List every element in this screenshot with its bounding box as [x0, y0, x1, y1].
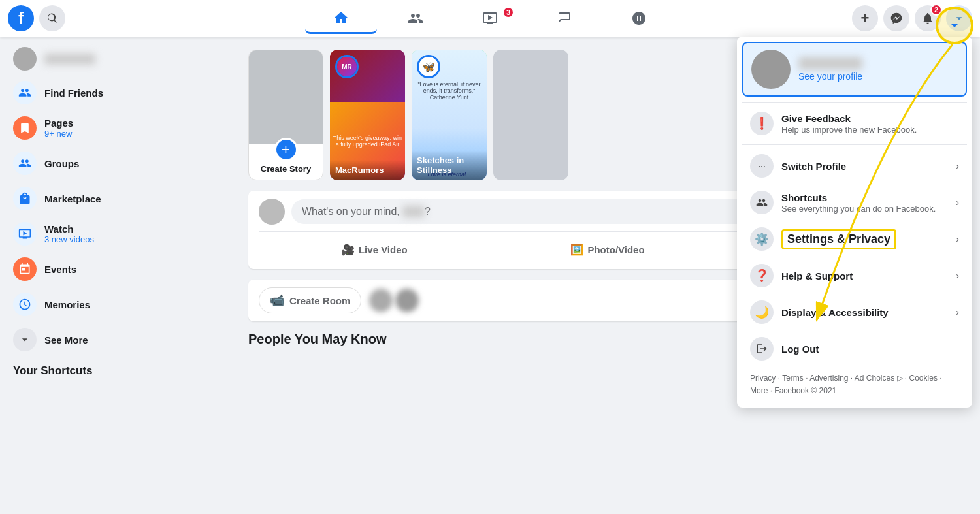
dropdown-footer: Privacy · Terms · Advertising · Ad Choic… [742, 367, 967, 402]
topnav-right: + 2 [745, 5, 980, 31]
story-card-extra[interactable] [493, 50, 568, 180]
shortcuts-sublabel: See everything you can do on Facebook. [781, 204, 936, 214]
nav-friends[interactable] [380, 3, 451, 34]
room-avatars [369, 289, 419, 312]
switch-profile-arrow: › [956, 161, 959, 171]
marketplace-sidebar-icon [13, 187, 37, 210]
search-button[interactable] [39, 5, 65, 31]
story-card-macrumors[interactable]: MR This week's giveaway: win a fully upg… [330, 50, 405, 180]
find-friends-icon [13, 81, 37, 104]
dropdown-see-profile: See your profile [798, 71, 862, 82]
pages-label: Pages [44, 118, 73, 129]
account-dropdown: User Name See your profile ❗ Give Feedba… [737, 37, 972, 408]
sidebar-user-avatar [13, 47, 37, 71]
dropdown-divider-1 [742, 102, 967, 103]
top-navigation: f 3 + 2 [0, 0, 980, 37]
story-sketches-name: Sketches in Stillness [417, 155, 482, 175]
groups-icon [631, 10, 647, 26]
photo-video-button[interactable]: 🖼️ Photo/Video [492, 238, 724, 261]
groups-sidebar-icon [13, 152, 37, 175]
sidebar-item-marketplace[interactable]: Marketplace [5, 182, 230, 216]
watch-sublabel: 3 new videos [44, 234, 94, 244]
log-out-label: Log Out [781, 344, 819, 355]
sidebar-item-groups[interactable]: Groups [5, 146, 230, 180]
dropdown-user-avatar [751, 50, 791, 89]
shortcuts-icon [750, 191, 774, 214]
help-support-arrow: › [956, 270, 959, 281]
account-dropdown-button[interactable] [946, 5, 972, 31]
switch-profile-icon: ··· [750, 154, 774, 178]
live-video-icon: 🎥 [342, 244, 355, 256]
watch-badge: 3 [502, 7, 514, 18]
sidebar-item-watch[interactable]: Watch 3 new videos [5, 217, 230, 251]
display-accessibility-icon: 🌙 [750, 300, 774, 324]
shortcuts-arrow: › [956, 197, 959, 208]
marketplace-icon [557, 10, 572, 26]
nav-watch[interactable]: 3 [454, 3, 526, 34]
sidebar: User Name Find Friends Pages 9+ new [0, 37, 235, 514]
dropdown-give-feedback[interactable]: ❗ Give Feedback Help us improve the new … [742, 105, 967, 142]
create-story-bg [249, 50, 323, 144]
nav-marketplace[interactable] [529, 3, 600, 34]
logo-letter: f [18, 9, 24, 27]
dropdown-username: User Name [798, 57, 862, 70]
give-feedback-sublabel: Help us improve the new Facebook. [781, 125, 917, 135]
create-story-label: Create Story [261, 164, 311, 174]
sidebar-item-pages[interactable]: Pages 9+ new [5, 111, 230, 145]
create-room-label: Create Room [289, 295, 350, 306]
log-out-icon [750, 337, 774, 361]
messenger-button[interactable] [883, 5, 909, 31]
sidebar-item-see-more[interactable]: See More [5, 323, 230, 357]
create-room-icon: 📹 [270, 293, 284, 308]
live-video-button[interactable]: 🎥 Live Video [259, 238, 491, 261]
room-avatar-2 [395, 289, 419, 312]
photo-video-icon: 🖼️ [570, 244, 583, 256]
facebook-logo[interactable]: f [8, 5, 34, 31]
dropdown-log-out[interactable]: Log Out [742, 330, 967, 367]
dropdown-profile-item[interactable]: User Name See your profile [742, 42, 967, 97]
dropdown-shortcuts[interactable]: Shortcuts See everything you can do on F… [742, 184, 967, 221]
help-support-label: Help & Support [781, 270, 853, 281]
groups-label: Groups [44, 158, 79, 169]
create-button[interactable]: + [852, 5, 878, 31]
create-story-plus-icon: + [274, 138, 298, 161]
notifications-button[interactable]: 2 [915, 5, 941, 31]
shortcuts-label: Shortcuts [781, 192, 936, 203]
pages-sublabel: 9+ new [44, 129, 73, 138]
events-sidebar-icon [13, 257, 37, 281]
sidebar-item-memories[interactable]: Memories [5, 287, 230, 321]
settings-privacy-label: Settings & Privacy [781, 229, 896, 249]
dropdown-footer-text: Privacy · Terms · Advertising · Ad Choic… [750, 374, 942, 395]
switch-profile-label: Switch Profile [781, 161, 846, 172]
give-feedback-icon: ❗ [750, 112, 774, 135]
sidebar-user-profile[interactable]: User Name [5, 42, 230, 76]
topnav-center: 3 [235, 3, 745, 34]
chevron-down-icon [953, 12, 966, 25]
sidebar-item-find-friends[interactable]: Find Friends [5, 76, 230, 110]
dropdown-help-support[interactable]: ❓ Help & Support › [742, 257, 967, 294]
find-friends-label: Find Friends [44, 88, 103, 99]
events-label: Events [44, 264, 76, 275]
story-card-sketches[interactable]: 🦋 "Love is eternal, it never ends, it tr… [412, 50, 487, 180]
memories-label: Memories [44, 299, 90, 310]
create-room-button[interactable]: 📹 Create Room [259, 287, 361, 313]
dropdown-switch-profile[interactable]: ··· Switch Profile › [742, 148, 967, 184]
nav-home[interactable] [305, 3, 377, 34]
dropdown-display-accessibility[interactable]: 🌙 Display & Accessibility › [742, 294, 967, 330]
dropdown-divider-2 [742, 144, 967, 145]
dropdown-settings-privacy[interactable]: ⚙️ Settings & Privacy › [742, 221, 967, 257]
see-more-icon [13, 328, 37, 351]
give-feedback-label: Give Feedback [781, 113, 917, 124]
sidebar-item-events[interactable]: Events [5, 252, 230, 286]
display-accessibility-label: Display & Accessibility [781, 307, 889, 318]
marketplace-label: Marketplace [44, 193, 101, 204]
shortcuts-title: Your Shortcuts [0, 359, 106, 379]
settings-privacy-icon: ⚙️ [750, 227, 774, 251]
sidebar-username: User Name [44, 54, 95, 65]
settings-privacy-arrow: › [956, 234, 959, 244]
pages-icon [13, 116, 37, 140]
home-icon [333, 10, 349, 25]
nav-groups[interactable] [603, 3, 675, 34]
create-story-card[interactable]: + Create Story [248, 50, 323, 180]
see-more-label: See More [44, 334, 88, 345]
